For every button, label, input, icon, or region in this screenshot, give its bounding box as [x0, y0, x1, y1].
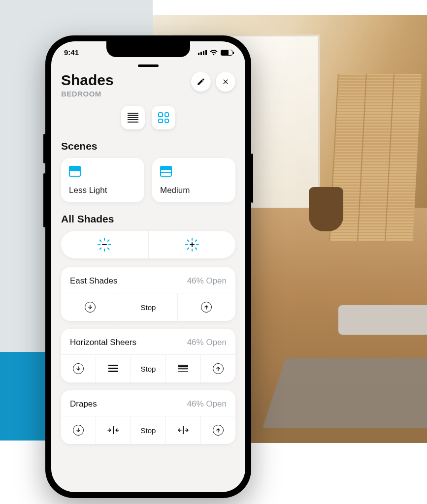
sheet-grabber[interactable] — [138, 64, 159, 67]
grid-icon — [158, 112, 169, 123]
svg-line-7 — [108, 240, 109, 242]
shade-status: 46% Open — [187, 399, 227, 409]
svg-line-6 — [100, 248, 101, 250]
shade-up-button[interactable] — [200, 355, 235, 382]
tilt-close-button[interactable] — [165, 355, 200, 382]
svg-line-14 — [195, 248, 197, 250]
shade-stop-button[interactable]: Stop — [119, 293, 177, 321]
shade-up-button[interactable] — [200, 416, 235, 444]
all-shades-plus[interactable] — [148, 231, 236, 258]
svg-line-13 — [187, 240, 189, 242]
shade-down-button[interactable] — [61, 355, 96, 382]
scene-label: Less Light — [69, 186, 136, 195]
scene-medium[interactable]: Medium — [152, 158, 235, 202]
arrows-out-icon — [177, 426, 189, 434]
shade-up-button[interactable] — [177, 293, 235, 321]
shade-down-button[interactable] — [61, 416, 96, 444]
arrow-up-circle-icon — [213, 425, 224, 436]
phone-notch — [106, 41, 190, 57]
arrows-in-icon — [107, 426, 119, 434]
shade-name: Drapes — [70, 399, 97, 409]
view-grid-button[interactable] — [152, 106, 175, 129]
tilt-open-button[interactable] — [96, 355, 131, 382]
phone-frame: 9:41 Shades BEDROOM — [45, 35, 251, 498]
sun-plus-icon — [185, 237, 199, 252]
shade-card-drapes: Drapes 46% Open — [61, 390, 235, 444]
arrow-down-circle-icon — [73, 363, 84, 374]
shade-medium-icon — [160, 166, 172, 177]
shade-down-button[interactable] — [61, 293, 119, 321]
svg-line-15 — [187, 248, 189, 250]
drapes-close-button[interactable] — [96, 416, 131, 444]
status-time: 9:41 — [64, 48, 79, 57]
page-subtitle: BEDROOM — [61, 90, 186, 98]
section-all-shades: All Shades — [61, 213, 235, 225]
blinds-icon — [128, 113, 138, 123]
all-shades-adjust — [61, 231, 235, 258]
wifi-icon — [210, 50, 218, 56]
close-button[interactable] — [216, 72, 235, 92]
shade-half-icon — [69, 166, 81, 177]
svg-line-4 — [100, 240, 101, 242]
section-scenes: Scenes — [61, 140, 235, 152]
battery-icon — [221, 50, 232, 56]
shade-status: 46% Open — [187, 338, 227, 347]
close-icon — [222, 78, 230, 86]
sun-minus-icon — [97, 237, 112, 252]
slats-open-icon — [108, 365, 118, 373]
scene-label: Medium — [160, 186, 228, 195]
arrow-up-circle-icon — [201, 302, 212, 313]
edit-button[interactable] — [191, 72, 211, 92]
arrow-down-circle-icon — [73, 425, 84, 436]
page-title: Shades — [61, 72, 186, 89]
signal-icon — [198, 50, 207, 55]
drapes-open-button[interactable] — [165, 416, 200, 444]
phone-screen: 9:41 Shades BEDROOM — [51, 41, 245, 492]
shade-name: East Shades — [70, 276, 117, 286]
shade-card-east: East Shades 46% Open Stop — [61, 267, 235, 321]
slats-closed-icon — [178, 365, 188, 373]
view-list-button[interactable] — [121, 106, 145, 129]
svg-line-16 — [195, 240, 197, 242]
shade-stop-button[interactable]: Stop — [131, 355, 165, 382]
all-shades-minus[interactable] — [61, 231, 148, 258]
scene-less-light[interactable]: Less Light — [61, 158, 144, 202]
svg-line-5 — [108, 248, 109, 250]
shade-stop-button[interactable]: Stop — [131, 416, 165, 444]
arrow-up-circle-icon — [213, 363, 224, 374]
shade-status: 46% Open — [187, 276, 227, 286]
pencil-icon — [197, 77, 205, 86]
shade-card-sheers: Horizontal Sheers 46% Open Stop — [61, 329, 235, 382]
arrow-down-circle-icon — [85, 302, 96, 313]
shade-name: Horizontal Sheers — [70, 338, 136, 347]
